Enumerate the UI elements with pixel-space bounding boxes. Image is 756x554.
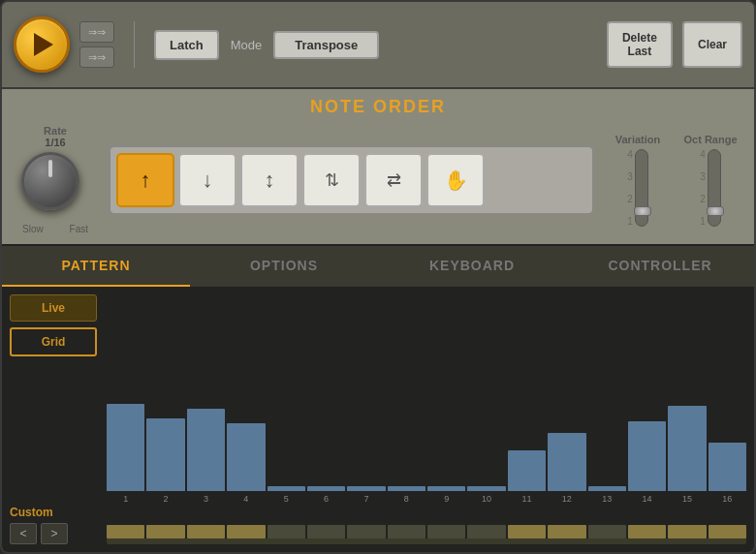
mini-control-10[interactable]	[467, 525, 505, 539]
bar-9	[427, 486, 465, 491]
oct-range-thumb[interactable]	[707, 206, 724, 216]
bar-col-10[interactable]: 10	[467, 486, 505, 504]
slow-label: Slow	[22, 224, 44, 234]
nav-prev[interactable]: <	[10, 523, 37, 544]
knob-container	[21, 152, 89, 220]
pattern-grid: 12345678910111213141516	[107, 294, 746, 544]
rate-label: Rate	[44, 125, 67, 137]
delete-last-button[interactable]: DeleteLast	[607, 21, 673, 69]
rate-value: 1/16	[45, 137, 65, 148]
bar-label-7: 7	[363, 494, 368, 504]
bar-col-6[interactable]: 6	[307, 486, 345, 504]
mini-control-2[interactable]	[146, 525, 184, 539]
variation-label: Variation	[615, 134, 660, 145]
mini-control-5[interactable]	[268, 525, 305, 539]
oct-range-slider-container: 4 3 2 1	[700, 149, 721, 227]
variation-section: Variation 4 3 2 1	[609, 134, 667, 227]
note-btn-center[interactable]: ⇅	[302, 153, 361, 207]
bar-col-11[interactable]: 11	[508, 450, 546, 504]
mini-control-3[interactable]	[187, 525, 225, 539]
bar-col-14[interactable]: 14	[628, 421, 666, 504]
custom-label: Custom	[10, 506, 97, 519]
mini-control-1[interactable]	[107, 525, 144, 539]
bar-label-8: 8	[404, 494, 409, 504]
bar-16	[709, 443, 746, 491]
bar-label-6: 6	[324, 494, 329, 504]
variation-slider-container: 4 3 2 1	[627, 149, 648, 227]
mini-control-13[interactable]	[588, 525, 626, 539]
bar-col-7[interactable]: 7	[347, 486, 385, 504]
mini-control-8[interactable]	[388, 525, 425, 539]
rate-knob[interactable]	[21, 152, 79, 210]
note-order-section: NOTE ORDER Rate 1/16 Slow Fast ↑ ↓ ↕ ⇅ ⇄	[2, 89, 754, 244]
mini-control-9[interactable]	[427, 525, 465, 539]
nav-next[interactable]: >	[41, 523, 68, 544]
bar-label-9: 9	[444, 494, 449, 504]
play-button[interactable]	[14, 16, 70, 73]
bar-col-12[interactable]: 12	[548, 433, 585, 504]
rate-section: Rate 1/16 Slow Fast	[16, 125, 94, 234]
tab-keyboard[interactable]: KEYBOARD	[378, 246, 566, 287]
bar-4	[227, 423, 265, 491]
mode-selector[interactable]: Transpose	[273, 31, 379, 59]
bar-label-14: 14	[643, 494, 652, 504]
bar-col-8[interactable]: 8	[388, 486, 425, 504]
mini-control-12[interactable]	[548, 525, 585, 539]
bar-col-9[interactable]: 9	[427, 486, 465, 504]
tab-controller[interactable]: CONTROLLER	[566, 246, 754, 287]
bar-col-16[interactable]: 16	[709, 443, 746, 504]
note-btn-manual[interactable]: ✋	[426, 153, 485, 207]
play-section: ⇒⇒ ⇒⇒	[14, 16, 114, 73]
bar-label-12: 12	[562, 494, 572, 504]
mini-control-15[interactable]	[668, 525, 706, 539]
mini-control-11[interactable]	[508, 525, 546, 539]
top-right-buttons: DeleteLast Clear	[607, 21, 742, 69]
bar-1	[107, 404, 144, 491]
bar-col-4[interactable]: 4	[227, 423, 265, 504]
bar-label-2: 2	[164, 494, 169, 504]
note-order-controls: Rate 1/16 Slow Fast ↑ ↓ ↕ ⇅ ⇄ ✋ Variati	[16, 125, 740, 234]
mini-control-6[interactable]	[307, 525, 345, 539]
bar-col-15[interactable]: 15	[668, 406, 706, 504]
bar-label-5: 5	[284, 494, 289, 504]
live-button[interactable]: Live	[10, 294, 97, 322]
note-btn-updown[interactable]: ↕	[240, 153, 299, 207]
bar-label-1: 1	[123, 494, 128, 504]
bar-col-3[interactable]: 3	[187, 409, 225, 504]
note-btn-random[interactable]: ⇄	[364, 153, 423, 207]
top-controls: Latch Mode Transpose DeleteLast Clear	[134, 21, 742, 69]
mini-control-16[interactable]	[709, 525, 746, 539]
tab-pattern[interactable]: PATTERN	[2, 246, 190, 287]
bar-label-13: 13	[602, 494, 612, 504]
oct-range-label: Oct Range	[683, 134, 737, 145]
bar-label-16: 16	[722, 494, 732, 504]
bar-col-5[interactable]: 5	[268, 486, 305, 504]
arrow-icons: ⇒⇒ ⇒⇒	[79, 21, 114, 68]
bar-col-13[interactable]: 13	[588, 486, 626, 504]
clear-button[interactable]: Clear	[682, 21, 742, 69]
bar-col-1[interactable]: 1	[107, 404, 144, 504]
mini-control-14[interactable]	[628, 525, 666, 539]
custom-section: Custom < >	[10, 506, 97, 544]
bar-label-4: 4	[243, 494, 248, 504]
oct-range-section: Oct Range 4 3 2 1	[681, 134, 740, 227]
mini-control-4[interactable]	[227, 525, 265, 539]
pattern-left: Live Grid Custom < >	[10, 294, 97, 544]
bar-label-3: 3	[204, 494, 208, 504]
bar-6	[307, 486, 345, 491]
variation-thumb[interactable]	[634, 206, 651, 216]
bar-11	[508, 450, 546, 491]
mini-control-7[interactable]	[347, 525, 385, 539]
bar-10	[467, 486, 505, 491]
tab-options[interactable]: OPTIONS	[190, 246, 378, 287]
latch-button[interactable]: Latch	[154, 30, 219, 60]
note-btn-up[interactable]: ↑	[116, 153, 174, 207]
mode-label: Mode	[231, 38, 263, 52]
bar-14	[628, 421, 666, 491]
variation-slider[interactable]	[635, 149, 648, 227]
note-btn-down[interactable]: ↓	[178, 153, 236, 207]
oct-range-slider[interactable]	[708, 149, 721, 227]
grid-button[interactable]: Grid	[10, 327, 97, 356]
top-bar: ⇒⇒ ⇒⇒ Latch Mode Transpose DeleteLast Cl…	[2, 2, 754, 89]
bar-col-2[interactable]: 2	[146, 418, 184, 504]
